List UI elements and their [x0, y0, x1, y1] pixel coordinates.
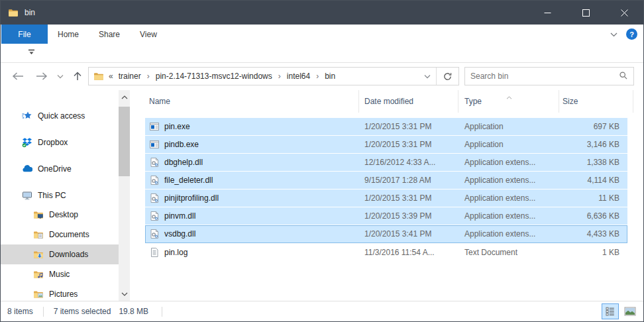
column-header-name[interactable]: Name [145, 90, 359, 113]
file-type: Text Document [458, 248, 559, 257]
file-name: vsdbg.dll [164, 229, 195, 239]
sidebar-item-label: Desktop [49, 210, 78, 219]
address-bar[interactable]: « trainer›pin-2.14-71313-msvc12-windows›… [88, 67, 459, 85]
sidebar-item-downloads[interactable]: Downloads [1, 244, 119, 264]
file-row[interactable]: dbghelp.dll12/16/2012 4:33 A...Applicati… [145, 154, 627, 172]
window-controls [528, 1, 643, 25]
sidebar-item-music[interactable]: Music [1, 264, 119, 284]
folder-pictures-icon [33, 289, 44, 299]
folder-icon [8, 7, 19, 18]
breadcrumb: trainer›pin-2.14-71313-msvc12-windows›in… [119, 72, 336, 81]
file-size: 697 KB [559, 122, 627, 131]
maximize-button[interactable] [566, 1, 605, 25]
file-name: pindb.exe [164, 140, 199, 149]
customize-toolbar-icon[interactable] [27, 48, 36, 58]
file-size: 6,636 KB [559, 211, 627, 221]
thumbnail-view-button[interactable] [621, 303, 639, 319]
file-date: 1/20/2015 3:31 PM [359, 122, 458, 131]
address-dropdown-icon[interactable] [419, 68, 436, 85]
breadcrumb-separator-icon: › [147, 72, 150, 81]
file-type: Application extens... [458, 211, 559, 221]
folder-music-icon [33, 269, 44, 280]
this-pc-icon [22, 190, 32, 201]
sidebar-item-desktop[interactable]: Desktop [1, 205, 119, 225]
file-name: pin.log [164, 248, 188, 257]
file-date: 1/20/2015 3:31 PM [359, 140, 458, 149]
breadcrumb-overflow[interactable]: « [109, 72, 113, 81]
column-header-date[interactable]: Date modified [359, 90, 458, 113]
tab-share[interactable]: Share [89, 25, 130, 44]
tab-home[interactable]: Home [48, 25, 89, 44]
status-bar: 8 items 7 items selected 19.8 MB [1, 301, 643, 321]
sidebar-item-label: Music [49, 270, 70, 279]
search-icon[interactable] [619, 71, 628, 82]
sidebar-item-dropbox[interactable]: Dropbox [1, 133, 119, 152]
selected-count: 7 items selected [54, 307, 111, 316]
status-divider [162, 307, 162, 317]
close-button[interactable] [605, 1, 643, 25]
file-date: 1/20/2015 3:31 PM [359, 193, 458, 203]
help-icon[interactable]: ? [626, 28, 637, 40]
sort-ascending-icon [506, 92, 512, 101]
file-type: Application [458, 122, 559, 131]
file-name: dbghelp.dll [164, 158, 203, 167]
recent-locations-icon[interactable] [57, 74, 64, 79]
file-name-cell: pindb.exe [145, 139, 359, 150]
file-name-cell: pin.exe [145, 121, 359, 132]
file-name: file_deleter.dll [164, 176, 213, 185]
breadcrumb-item[interactable]: intel64 [287, 72, 310, 81]
file-list: pin.exe1/20/2015 3:31 PMApplication697 K… [145, 118, 627, 261]
file-date: 9/15/2017 1:28 AM [359, 176, 458, 185]
minimize-button[interactable] [528, 1, 566, 25]
breadcrumb-separator-icon: › [316, 72, 319, 81]
file-row[interactable]: pin.exe1/20/2015 3:31 PMApplication697 K… [145, 118, 627, 136]
back-icon[interactable] [11, 71, 25, 81]
onedrive-icon [22, 164, 32, 174]
file-row[interactable]: pindb.exe1/20/2015 3:31 PMApplication3,1… [145, 136, 627, 154]
file-type: Application extens... [458, 158, 559, 167]
navigation-buttons [1, 71, 83, 81]
folder-downloads-icon [33, 249, 44, 260]
file-name-cell: pin.log [145, 247, 359, 258]
file-type: Application extens... [458, 193, 559, 203]
scroll-down-icon[interactable] [119, 288, 130, 299]
file-row[interactable]: file_deleter.dll9/15/2017 1:28 AMApplica… [145, 172, 627, 189]
file-row[interactable]: pinjitprofiling.dll1/20/2015 3:31 PMAppl… [145, 189, 627, 207]
scrollbar-thumb[interactable] [119, 107, 130, 176]
file-size: 4,114 KB [559, 176, 627, 185]
file-row[interactable]: vsdbg.dll1/20/2015 3:41 PMApplication ex… [145, 225, 627, 243]
breadcrumb-separator-icon: › [278, 72, 281, 81]
sidebar-item-documents[interactable]: Documents [1, 225, 119, 244]
tab-file[interactable]: File [1, 25, 48, 44]
scroll-up-icon[interactable] [119, 91, 130, 103]
file-date: 12/16/2012 4:33 A... [359, 158, 458, 167]
file-row[interactable]: pin.log11/3/2016 11:54 A...Text Document… [145, 243, 627, 261]
file-name: pinvm.dll [164, 211, 195, 221]
navigation-pane: Quick accessDropboxOneDriveThis PCDeskto… [1, 90, 119, 301]
ribbon-expand-icon[interactable] [610, 30, 617, 39]
address-folder-icon [93, 71, 104, 81]
sidebar-item-label: Pictures [49, 290, 78, 299]
details-view-button[interactable] [602, 303, 619, 319]
view-switcher [602, 303, 639, 319]
sidebar-scrollbar[interactable] [119, 90, 130, 301]
file-type: Application extens... [458, 176, 559, 185]
file-row[interactable]: pinvm.dll1/20/2015 3:39 PMApplication ex… [145, 207, 627, 225]
sidebar-item-quick-access[interactable]: Quick access [1, 107, 119, 125]
column-header-size[interactable]: Size [559, 90, 633, 113]
breadcrumb-item[interactable]: pin-2.14-71313-msvc12-windows [156, 72, 272, 81]
dll-icon [149, 175, 160, 186]
sidebar-item-pictures[interactable]: Pictures [1, 284, 119, 301]
forward-icon[interactable] [35, 71, 48, 81]
file-size: 1,338 KB [559, 158, 627, 167]
breadcrumb-item[interactable]: trainer [119, 72, 141, 81]
sidebar-item-this-pc[interactable]: This PC [1, 186, 119, 205]
refresh-icon[interactable] [436, 68, 458, 85]
up-icon[interactable] [72, 71, 83, 81]
breadcrumb-item[interactable]: bin [325, 72, 335, 81]
exe-icon [149, 139, 160, 150]
tab-view[interactable]: View [130, 25, 167, 44]
sidebar-item-onedrive[interactable]: OneDrive [1, 160, 119, 178]
search-input[interactable] [470, 72, 619, 81]
address-row: « trainer›pin-2.14-71313-msvc12-windows›… [1, 63, 643, 89]
